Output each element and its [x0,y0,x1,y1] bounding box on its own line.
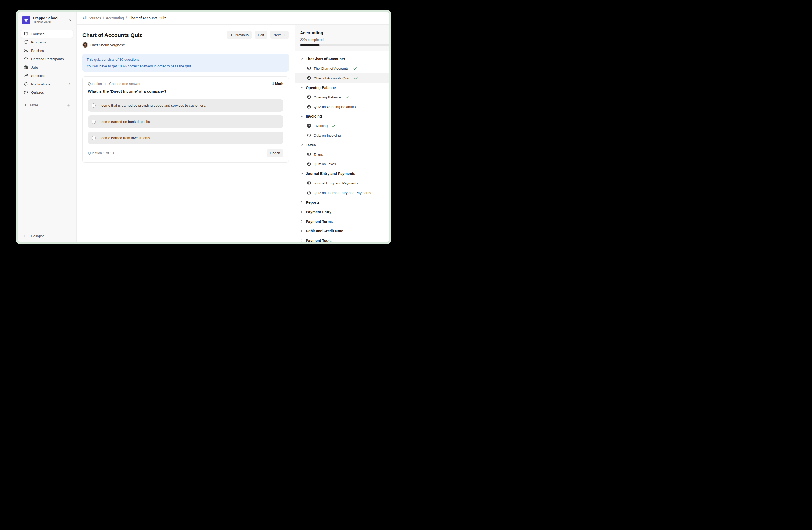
chevron-right-icon [300,200,303,204]
quiz-icon [307,133,311,138]
sidebar-item-statistics[interactable]: Statistics [21,71,73,80]
chevron-down-icon [300,143,303,147]
outline-section-journal-entry[interactable]: Journal Entry and Payments [295,169,389,179]
app-window-frame: Frappe School Jannat Patel Courses Progr… [16,10,391,244]
sidebar-item-label: Batches [31,49,44,53]
answer-option-label: Income earned on bank deposits [99,120,150,124]
sidebar-item-certified-participants[interactable]: Certified Participants [21,55,73,63]
outline-item-quiz[interactable]: Quiz on Taxes [295,159,389,169]
breadcrumb-separator: / [126,16,127,20]
collapse-arrow-icon [24,234,28,238]
sidebar-item-label: Statistics [31,74,45,78]
quiz-nav-buttons: Previous Edit Next [227,31,289,39]
chevron-right-icon [300,239,303,242]
outline-item-lesson[interactable]: Journal Entry and Payments [295,179,389,188]
outline-item-lesson[interactable]: Opening Balance [295,93,389,102]
quiz-author: Linet Sherin Varghese [83,42,289,48]
content-column: All Courses / Accounting / Chart of Acco… [77,12,389,242]
completed-check-icon [345,95,349,99]
outline-item-quiz[interactable]: Quiz on Journal Entry and Payments [295,188,389,198]
check-label: Check [270,151,280,155]
answer-option-label: Income earned from investments [99,136,150,140]
answer-option[interactable]: Income earned from investments [88,132,283,144]
sidebar-item-label: Quizzes [31,90,44,95]
outline-item-quiz-active[interactable]: Chart of Accounts Quiz [295,73,389,83]
outline-section-debit-credit-note[interactable]: Debit and Credit Note [295,226,389,236]
completed-check-icon [353,67,357,70]
quiz-icon [307,162,311,166]
breadcrumb-accounting[interactable]: Accounting [106,16,124,20]
sidebar-collapse-button[interactable]: Collapse [21,232,73,240]
chevron-left-icon [230,33,233,37]
outline-item-quiz[interactable]: Quiz on Invoicing [295,131,389,140]
outline-section-title: The Chart of Accounts [306,57,345,61]
sidebar-item-batches[interactable]: Batches [21,46,73,55]
sidebar-item-courses[interactable]: Courses [21,30,73,38]
lesson-icon [307,95,311,99]
course-progress-text: 22% completed [300,38,389,42]
breadcrumb-all-courses[interactable]: All Courses [83,16,101,20]
answer-option-label: Income that is earned by providing goods… [99,103,206,107]
school-name: Frappe School [33,16,66,20]
edit-label: Edit [258,33,264,37]
sidebar-item-label: Notifications [31,82,50,86]
outline-section-taxes[interactable]: Taxes [295,140,389,150]
outline-item-label: Opening Balance [314,95,341,99]
workspace-names: Frappe School Jannat Patel [33,16,66,24]
chevron-down-icon [69,18,72,22]
left-sidebar: Frappe School Jannat Patel Courses Progr… [18,12,77,242]
app-window: Frappe School Jannat Patel Courses Progr… [18,12,389,242]
breadcrumb: All Courses / Accounting / Chart of Acco… [77,12,389,25]
chevron-down-icon [300,115,303,118]
outline-item-quiz[interactable]: Quiz on Opening Balances [295,102,389,112]
outline-section-chart-of-accounts[interactable]: The Chart of Accounts [295,54,389,64]
question-number-label: Question 1: [88,82,106,86]
outline-item-lesson[interactable]: The Chart of Accounts [295,64,389,73]
sidebar-item-programs[interactable]: Programs [21,38,73,46]
outline-item-lesson[interactable]: Invoicing [295,121,389,131]
outline-section-payment-terms[interactable]: Payment Terms [295,217,389,226]
quiz-notice: This quiz consists of 10 questions. You … [83,54,289,72]
outline-section-title: Journal Entry and Payments [306,171,355,176]
users-icon [24,48,28,53]
collapse-label: Collapse [31,234,45,238]
sidebar-item-notifications[interactable]: Notifications 1 [21,80,73,88]
progress-bar-fill [300,44,320,45]
completed-check-icon [354,76,358,80]
outline-item-label: The Chart of Accounts [314,67,349,70]
sidebar-item-label: Jobs [31,66,39,69]
outline-item-label: Quiz on Taxes [314,162,336,166]
sidebar-item-jobs[interactable]: Jobs [21,63,73,71]
chevron-right-icon [300,229,303,233]
chevron-right-icon [300,210,303,214]
course-title: Accounting [300,31,389,36]
outline-section-payment-entry[interactable]: Payment Entry [295,207,389,217]
question-progress: Question 1 of 10 [88,151,114,155]
outline-section-opening-balance[interactable]: Opening Balance [295,83,389,93]
course-outline-list: The Chart of Accounts The Chart of Accou… [295,51,389,242]
check-button[interactable]: Check [266,149,283,157]
next-label: Next [273,33,281,37]
answer-option[interactable]: Income earned on bank deposits [88,115,283,128]
outline-item-label: Invoicing [314,124,328,128]
previous-button[interactable]: Previous [227,31,252,39]
previous-label: Previous [235,33,248,37]
outline-section-invoicing[interactable]: Invoicing [295,112,389,121]
radio-icon [91,136,96,140]
outline-section-title: Opening Balance [306,86,336,90]
notice-line: This quiz consists of 10 questions. [87,57,285,62]
edit-button[interactable]: Edit [255,31,267,39]
workspace-switcher[interactable]: Frappe School Jannat Patel [21,15,73,25]
frappe-school-logo-icon [22,16,30,24]
sidebar-item-more[interactable]: More [21,101,73,109]
outline-item-lesson[interactable]: Taxes [295,150,389,159]
next-button[interactable]: Next [270,31,289,39]
outline-section-reports[interactable]: Reports [295,198,389,207]
outline-section-payment-tools[interactable]: Payment Tools [295,236,389,242]
sidebar-item-quizzes[interactable]: Quizzes [21,88,73,97]
plus-icon[interactable] [67,103,71,107]
lesson-icon [307,124,311,128]
answer-option[interactable]: Income that is earned by providing goods… [88,99,283,112]
progress-bar [300,44,389,45]
bell-icon [24,82,28,86]
